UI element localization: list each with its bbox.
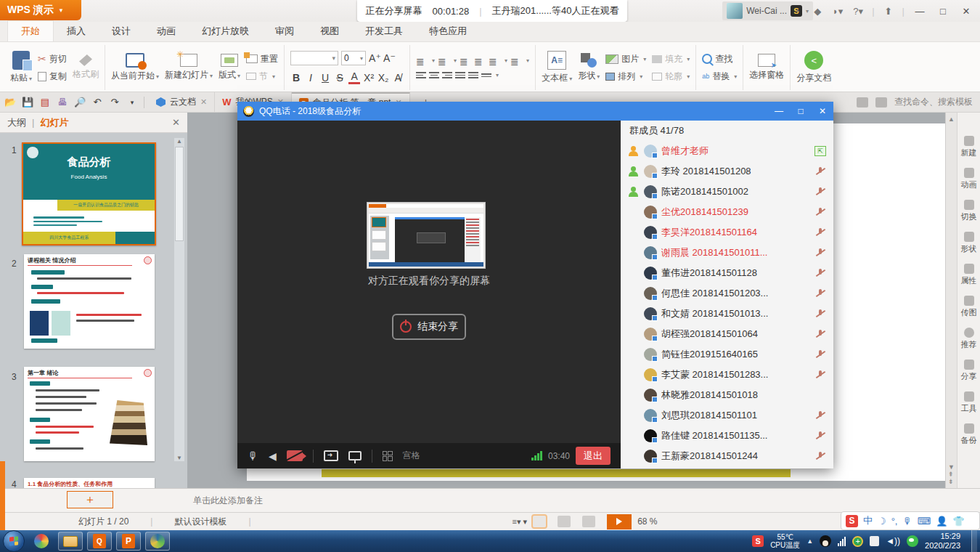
distribute-button[interactable] [468,71,478,80]
qq-grid-icon[interactable] [383,451,393,461]
cut-button[interactable]: ✂剪切 [38,53,67,65]
font-name-select[interactable]: ▾ [290,51,338,65]
ime-fullhalf-icon[interactable]: ☽ [878,516,886,527]
vscroll-down-icon[interactable]: ▼⇞⇟ [948,463,955,485]
align-left-button[interactable] [416,71,426,80]
tool-new[interactable]: 新建 [961,136,977,158]
command-search-hint[interactable]: 查找命令、搜索模板 [894,96,973,108]
undo-icon[interactable]: ↶ [90,95,105,110]
new-slide-button[interactable]: 新建幻灯片▾ [165,54,213,81]
tray-network-icon[interactable] [838,537,846,546]
font-color-button[interactable]: A [348,70,360,84]
open-file-icon[interactable]: 📂 [3,95,17,110]
member-row[interactable]: 王新豪2018141501244 [621,446,833,466]
taskbar-clock[interactable]: 15:29 2020/2/23 [925,532,965,551]
doc-tab-cloud-close-icon[interactable]: ✕ [200,97,207,107]
strikethrough-button[interactable]: S [334,72,346,84]
wps-logo[interactable]: WPS 演示 ▾ [0,0,81,20]
qq-camera-off-icon[interactable] [287,450,303,461]
increase-indent-button[interactable] [474,56,486,66]
scrollbar-thumb[interactable] [175,147,184,241]
subscript-button[interactable]: X₂ [377,72,389,84]
tool-share[interactable]: 分享 [961,360,977,382]
font-size-select[interactable]: 0▾ [341,51,366,65]
taskbar-app-browser[interactable] [29,532,54,551]
qq-maximize-button[interactable]: □ [790,106,812,116]
tool-backup[interactable]: 备份 [961,423,977,446]
member-row[interactable]: 和文婧 2018141501013... [621,304,833,324]
ribbon-tab-view[interactable]: 视图 [307,21,352,41]
end-share-button[interactable]: 结束分享 [392,314,466,340]
selection-pane-button[interactable]: 选择窗格 [749,54,784,81]
text-box-button[interactable]: A≡ 文本框▾ [542,51,572,84]
vscroll-up-icon[interactable]: ▲ [948,115,955,123]
slide-1-thumbnail[interactable]: 食品分析 Food Analysis 一扇开启认识食品品质之门的钥匙 四川大学食… [22,142,156,245]
qq-grid-label[interactable]: 宫格 [403,450,420,462]
quick-access-caret-icon[interactable]: ▾ [125,95,139,110]
italic-button[interactable]: I [305,72,317,84]
tray-sogou-icon[interactable]: S [752,535,764,547]
member-row[interactable]: 尘优2018141501239 [621,202,833,222]
close-button[interactable]: ✕ [958,4,974,17]
layout-button[interactable]: 版式▾ [219,54,240,81]
docker-icon[interactable]: ◗▾ [831,4,844,17]
member-row[interactable]: 简钰佳2019151640165 [621,344,833,365]
from-current-button[interactable]: 从当前开始▾ [111,53,159,82]
font-increase-button[interactable]: A⁺ [369,52,380,64]
section-button[interactable]: 节▾ [246,70,278,83]
bullet-list-button[interactable] [416,56,428,66]
ribbon-tab-review[interactable]: 审阅 [262,21,307,41]
tray-qq-icon[interactable] [820,535,831,547]
outline-button[interactable]: 轮廓▾ [652,70,690,83]
export-pdf-icon[interactable]: ▤ [38,95,52,110]
scroll-down-icon[interactable]: ▼ [176,455,182,461]
align-right-button[interactable] [442,71,452,80]
paste-button[interactable]: 粘贴▾ [10,51,32,84]
font-decrease-button[interactable]: A⁻ [383,52,395,64]
picture-button[interactable]: 图片▾ [605,53,646,65]
ribbon-tab-slideshow[interactable]: 幻灯片放映 [189,21,262,41]
ribbon-tab-developer[interactable]: 开发工具 [352,21,416,41]
find-button[interactable]: 查找 [702,53,737,65]
member-row[interactable]: 曾维才老师 ⇱ [621,141,833,161]
scroll-up-icon[interactable]: ▲ [176,138,182,145]
format-painter-button[interactable]: 格式刷 [73,54,99,81]
tool-recommend[interactable]: 推荐 [961,328,977,350]
slide-3-thumbnail[interactable]: 第一章 绪论 [24,367,155,461]
slideshow-play-button[interactable] [607,514,632,529]
ime-mic-icon[interactable]: 🎙 [902,516,912,527]
columns-button[interactable] [510,56,522,66]
fill-button[interactable]: 填充▾ [652,53,690,65]
slides-tab[interactable]: 幻灯片 [40,116,68,129]
doc-tab-cloud[interactable]: 云文档 ✕ [149,92,215,112]
slide-sorter-button[interactable] [558,516,571,527]
underline-button[interactable]: U [319,72,331,84]
ribbon-tab-special[interactable]: 特色应用 [416,21,480,41]
tray-wechat-icon[interactable] [907,535,918,547]
panel-close-icon[interactable]: ✕ [172,117,180,128]
taskbar-app-wps[interactable]: P [116,532,141,551]
copy-button[interactable]: 复制 [38,70,67,83]
decrease-indent-button[interactable] [460,56,471,66]
tool-properties[interactable]: 属性 [961,264,977,286]
arrange-button[interactable]: 排列▾ [605,70,646,83]
qq-speaker-icon[interactable]: ◀ [269,450,277,462]
member-row[interactable]: 胡桎强2018141501064 [621,324,833,344]
clear-format-button[interactable]: A̸ [392,72,404,84]
replace-button[interactable]: ab替换▾ [702,70,737,83]
ime-lang-toggle[interactable]: 中 [863,514,873,527]
add-slide-button[interactable]: ＋ [67,491,113,508]
redo-icon[interactable]: ↷ [107,95,122,110]
tool-tools[interactable]: 工具 [961,391,977,414]
member-row[interactable]: 谢雨晨 2018141501011... [621,243,833,263]
note-toggle-icon[interactable]: ≡▾ ▾ [513,517,528,527]
taskbar-app-explorer[interactable] [58,532,83,551]
ribbon-tab-home[interactable]: 开始 [7,20,54,41]
print-preview-icon[interactable]: 🔎 [73,95,87,110]
slide-2-thumbnail[interactable]: 课程相关 情况介绍 [24,254,155,349]
qq-close-button[interactable]: ✕ [812,106,833,116]
slide-panel-scrollbar[interactable]: ▲ ▼ [174,138,184,461]
share-doc-button[interactable]: < 分享文档 [796,51,831,84]
slide-4-thumbnail[interactable]: 1.1 食品分析的性质、任务和作用 [24,478,155,488]
assistant-icon[interactable] [875,97,887,107]
